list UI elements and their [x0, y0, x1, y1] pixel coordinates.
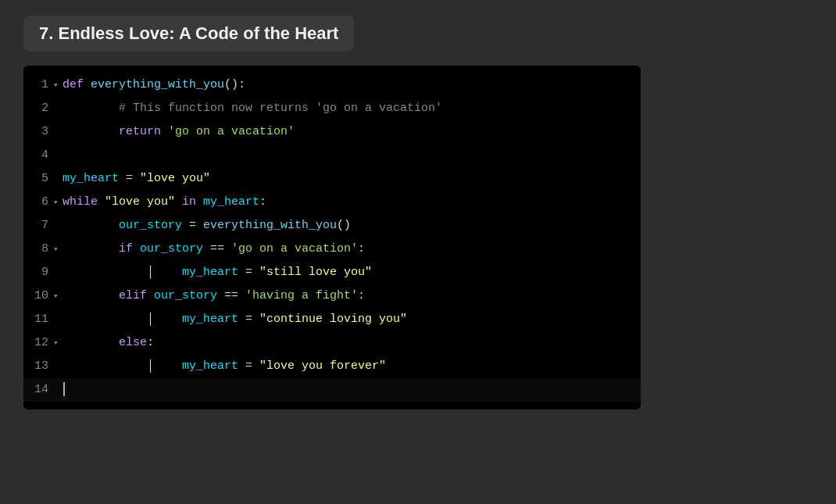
line-number-4: 4: [23, 145, 53, 166]
code-line-13: 13 │ my_heart = "love you forever": [23, 355, 641, 378]
code-content-6: while "love you" in my_heart:: [63, 191, 266, 213]
code-line-12: 12▾ else:: [23, 331, 641, 355]
line-number-6: 6: [23, 191, 53, 213]
text-cursor: [63, 382, 65, 396]
code-line-10: 10▾ elif our_story == 'having a fight':: [23, 284, 641, 308]
line-number-14: 14: [23, 379, 53, 401]
code-content-9: │ my_heart = "still love you": [63, 262, 372, 284]
code-content-13: │ my_heart = "love you forever": [63, 356, 386, 377]
line-number-8: 8: [23, 238, 53, 260]
code-content-1: def everything_with_you():: [63, 74, 245, 96]
code-content-8: if our_story == 'go on a vacation':: [63, 238, 365, 260]
code-content-2: # This function now returns 'go on a vac…: [63, 98, 442, 120]
code-content-12: else:: [63, 332, 154, 354]
code-line-8: 8▾ if our_story == 'go on a vacation':: [23, 238, 641, 261]
code-line-7: 7 our_story = everything_with_you(): [23, 214, 641, 238]
code-line-3: 3 return 'go on a vacation': [23, 120, 641, 144]
code-line-2: 2 # This function now returns 'go on a v…: [23, 97, 641, 120]
line-number-12: 12: [23, 332, 53, 354]
code-line-11: 11 │ my_heart = "continue loving you": [23, 308, 641, 331]
code-editor: 1▾def everything_with_you():2 # This fun…: [23, 66, 641, 409]
code-content-11: │ my_heart = "continue loving you": [63, 309, 407, 331]
code-line-5: 5 my_heart = "love you": [23, 167, 641, 191]
code-content-10: elif our_story == 'having a fight':: [63, 285, 365, 307]
code-line-6: 6▾while "love you" in my_heart:: [23, 191, 641, 214]
line-number-5: 5: [23, 168, 53, 190]
line-number-3: 3: [23, 121, 53, 143]
fold-arrow-6[interactable]: ▾: [53, 191, 63, 213]
line-number-7: 7: [23, 215, 53, 237]
line-number-9: 9: [23, 262, 53, 284]
code-content-7: our_story = everything_with_you(): [63, 215, 351, 237]
line-number-13: 13: [23, 356, 53, 377]
fold-arrow-10[interactable]: ▾: [53, 285, 63, 307]
code-content-3: return 'go on a vacation': [63, 121, 295, 143]
page-title: 7. Endless Love: A Code of the Heart: [23, 16, 354, 52]
line-number-10: 10: [23, 285, 53, 307]
line-number-1: 1: [23, 74, 53, 96]
fold-arrow-12[interactable]: ▾: [53, 332, 63, 354]
code-content-14: [63, 379, 65, 401]
code-line-14: 14: [23, 378, 641, 402]
code-line-9: 9 │ my_heart = "still love you": [23, 261, 641, 284]
fold-arrow-1[interactable]: ▾: [53, 74, 63, 96]
code-content-5: my_heart = "love you": [63, 168, 210, 190]
code-line-1: 1▾def everything_with_you():: [23, 73, 641, 97]
line-number-11: 11: [23, 309, 53, 331]
fold-arrow-8[interactable]: ▾: [53, 238, 63, 260]
code-line-4: 4: [23, 144, 641, 167]
line-number-2: 2: [23, 98, 53, 120]
